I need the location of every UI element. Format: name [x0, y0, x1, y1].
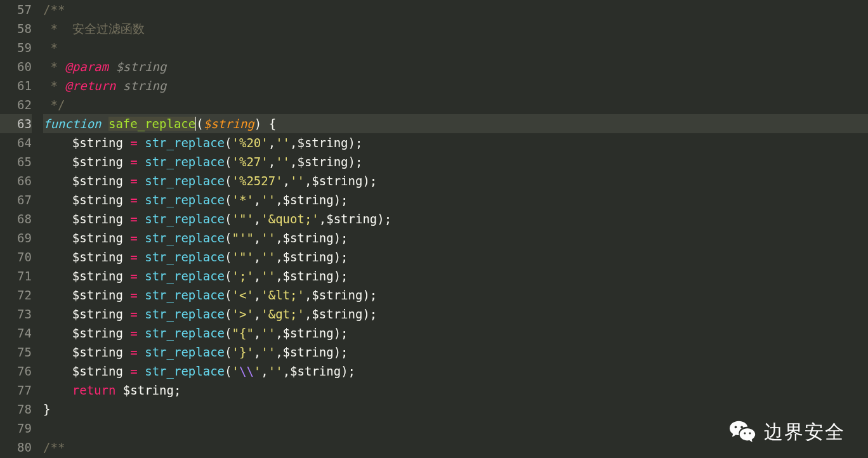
token-operator: = [130, 345, 137, 359]
token-c-comment: /** [43, 440, 65, 454]
token-string: '*' [232, 193, 254, 207]
code-content[interactable]: /** * 安全过滤函数 * * @param $string * @retur… [43, 0, 868, 457]
token-var-norm: $string [72, 231, 123, 245]
token-punct: ( [225, 364, 232, 378]
code-line[interactable]: $string = str_replace('%27','',$string); [43, 152, 868, 171]
code-line[interactable]: * @param $string [43, 57, 868, 76]
code-line[interactable]: return $string; [43, 381, 868, 400]
token-punct [123, 136, 130, 150]
code-line[interactable]: * @return string [43, 76, 868, 95]
token-punct: ( [225, 231, 232, 245]
token-punct: ,$string); [275, 269, 348, 283]
token-punct: , [254, 231, 261, 245]
code-line[interactable]: $string = str_replace('"','&quot;',$stri… [43, 209, 868, 228]
token-operator: = [130, 212, 137, 226]
token-punct: $string; [115, 383, 181, 397]
token-operator: = [130, 307, 137, 321]
token-func-call: str_replace [145, 364, 225, 378]
token-string: '&lt;' [261, 288, 305, 302]
token-punct [138, 212, 145, 226]
line-number: 61 [0, 76, 32, 95]
token-punct: ( [225, 250, 232, 264]
line-number: 67 [0, 190, 32, 209]
token-operator: = [130, 193, 137, 207]
token-punct [138, 136, 145, 150]
code-line[interactable]: $string = str_replace("{",'',$string); [43, 324, 868, 343]
code-line[interactable]: $string = str_replace('%20','',$string); [43, 133, 868, 152]
token-escape: \\ [239, 364, 254, 378]
token-punct [123, 231, 130, 245]
token-punct [138, 364, 145, 378]
token-punct [43, 326, 72, 340]
line-number: 59 [0, 38, 32, 57]
token-string: '' [275, 155, 290, 169]
code-line[interactable]: $string = str_replace('"','',$string); [43, 247, 868, 266]
code-line[interactable]: $string = str_replace("'",'',$string); [43, 228, 868, 247]
token-punct: ( [225, 155, 232, 169]
token-punct [123, 345, 130, 359]
token-punct [43, 269, 72, 283]
token-func-call: str_replace [145, 288, 225, 302]
token-punct: ( [225, 212, 232, 226]
token-c-comment: * [43, 41, 58, 55]
code-line[interactable]: $string = str_replace('<','&lt;',$string… [43, 285, 868, 304]
token-punct: ,$string); [305, 174, 377, 188]
line-number: 74 [0, 324, 32, 343]
token-punct [43, 155, 72, 169]
code-line[interactable]: $string = str_replace('\\','',$string); [43, 362, 868, 381]
code-line[interactable]: } [43, 400, 868, 419]
token-string: '' [268, 364, 283, 378]
code-line[interactable]: $string = str_replace(';','',$string); [43, 266, 868, 285]
token-operator: = [130, 250, 137, 264]
token-punct [123, 212, 130, 226]
code-editor[interactable]: 5758596061626364656667686970717273747576… [0, 0, 868, 457]
line-number: 72 [0, 285, 32, 304]
code-line[interactable]: $string = str_replace('*','',$string); [43, 190, 868, 209]
line-number: 62 [0, 95, 32, 114]
token-operator: = [130, 231, 137, 245]
token-punct: , [254, 250, 261, 264]
token-c-comment: /** [43, 3, 65, 16]
token-punct: ( [225, 307, 232, 321]
code-line[interactable]: * 安全过滤函数 [43, 19, 868, 38]
code-line[interactable]: /** [43, 0, 868, 19]
token-punct: ( [225, 326, 232, 340]
code-line[interactable]: * [43, 38, 868, 57]
token-punct: , [254, 307, 261, 321]
token-operator: = [130, 326, 137, 340]
line-number: 65 [0, 152, 32, 171]
code-line[interactable]: $string = str_replace('>','&gt;',$string… [43, 304, 868, 324]
token-func-name: safe_replace [109, 117, 196, 131]
token-func-call: str_replace [145, 136, 225, 150]
token-punct [138, 326, 145, 340]
token-punct: ,$string); [305, 288, 377, 302]
watermark: 边界安全 [728, 417, 845, 447]
line-number-gutter: 5758596061626364656667686970717273747576… [0, 0, 43, 457]
token-punct [138, 231, 145, 245]
token-func-call: str_replace [145, 250, 225, 264]
token-string: ' [254, 364, 261, 378]
token-punct: ,$string); [275, 193, 348, 207]
token-string: '%27' [232, 155, 268, 169]
line-number: 70 [0, 247, 32, 266]
token-punct [138, 345, 145, 359]
line-number: 71 [0, 266, 32, 285]
code-line[interactable]: $string = str_replace('%2527','',$string… [43, 171, 868, 190]
token-punct: ,$string); [275, 250, 348, 264]
token-var-norm: $string [72, 269, 123, 283]
wechat-icon [728, 417, 758, 447]
code-line[interactable]: $string = str_replace('}','',$string); [43, 343, 868, 362]
token-punct [123, 288, 130, 302]
token-string: "'" [232, 231, 254, 245]
code-line[interactable]: */ [43, 95, 868, 114]
token-punct [138, 288, 145, 302]
token-string: '>' [232, 307, 254, 321]
token-keyword: function [43, 117, 102, 131]
token-string: '"' [232, 250, 254, 264]
token-punct: , [254, 193, 261, 207]
token-punct [43, 231, 72, 245]
token-var-norm: $string [72, 174, 123, 188]
token-string: '' [261, 345, 275, 359]
code-line[interactable]: function safe_replace($string) { [43, 114, 868, 133]
token-punct: , [254, 345, 261, 359]
